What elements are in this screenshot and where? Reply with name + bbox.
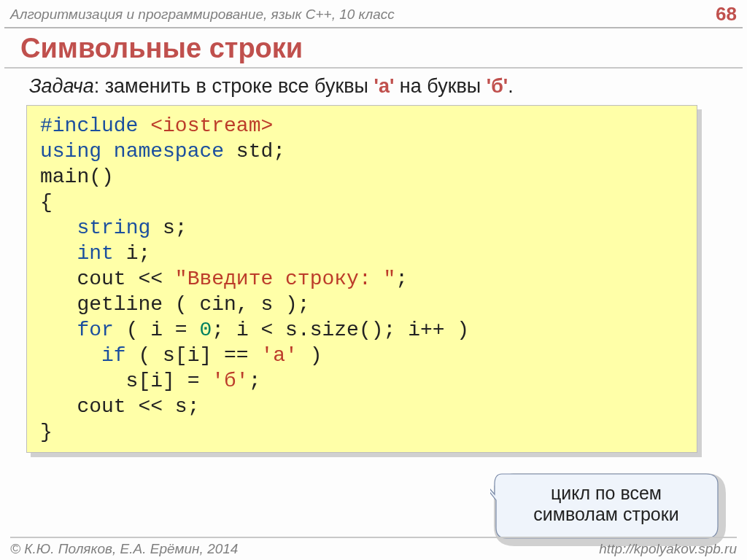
callout: цикл по всем символам строки: [490, 470, 722, 542]
code-line-9a: ( i =: [114, 319, 200, 341]
code-line-11a: s[i] =: [40, 370, 212, 392]
tok-if: if: [101, 344, 126, 367]
ind5: [40, 217, 77, 239]
task-label: Задача: [29, 75, 94, 97]
ind10: [40, 344, 101, 367]
tok-char-b: 'б': [212, 370, 248, 392]
task-part2: на буквы: [394, 75, 486, 97]
tok-std: std;: [236, 140, 285, 163]
tok-str-prompt: "Введите строку: ": [175, 268, 395, 290]
code-block: #include <iostream> using namespace std;…: [26, 105, 697, 453]
tok-string: string: [77, 217, 150, 239]
footer-url: http://kpolyakov.spb.ru: [599, 541, 737, 557]
code-line-10a: ( s[i] ==: [126, 344, 261, 367]
tok-zero: 0: [199, 319, 212, 341]
callout-line1: цикл по всем: [551, 483, 662, 503]
ind6: [40, 242, 77, 265]
task-lit-b: 'б': [487, 75, 508, 97]
callout-bubble: цикл по всем символам строки: [490, 470, 722, 542]
tok-s: s;: [150, 217, 187, 239]
code-line-11b: ;: [249, 370, 261, 392]
tok-char-a: 'а': [260, 344, 297, 367]
code-line-4: {: [40, 191, 53, 214]
ind9: [40, 319, 77, 341]
code-line-12: cout << s;: [40, 395, 199, 418]
task-part1: : заменить в строке все буквы: [94, 75, 374, 97]
tok-include: #include: [40, 114, 150, 137]
code-line-3: main(): [40, 166, 114, 188]
footer: © К.Ю. Поляков, Е.А. Ерёмин, 2014 http:/…: [0, 537, 747, 557]
copyright: © К.Ю. Поляков, Е.А. Ерёмин, 2014: [10, 541, 238, 557]
tok-for: for: [77, 319, 113, 341]
task-lit-a: 'а': [374, 75, 395, 97]
task-part3: .: [508, 75, 514, 97]
slide-title: Символьные строки: [0, 28, 747, 67]
tok-namespace: namespace: [114, 140, 236, 163]
code-line-10b: ): [298, 344, 322, 367]
page-number: 68: [716, 3, 737, 26]
header-bar: Алгоритмизация и программирование, язык …: [0, 0, 747, 27]
code-line-13: }: [40, 421, 53, 443]
callout-text: цикл по всем символам строки: [490, 483, 722, 525]
code-line-8: getline ( cin, s );: [40, 293, 310, 316]
code-line-7a: cout <<: [40, 268, 175, 290]
divider-title: [4, 67, 743, 69]
callout-line2: символам строки: [533, 504, 678, 524]
tok-using: using: [40, 140, 114, 163]
course-title: Алгоритмизация и программирование, язык …: [10, 7, 395, 23]
tok-int: int: [77, 242, 113, 265]
task-text: Задача: заменить в строке все буквы 'а' …: [0, 73, 747, 105]
divider-bottom: [10, 537, 737, 538]
code-box: #include <iostream> using namespace std;…: [26, 105, 697, 453]
code-line-7b: ;: [395, 268, 408, 290]
tok-i: i;: [114, 242, 150, 265]
tok-iostream: <iostream>: [150, 114, 273, 137]
code-line-9b: ; i < s.size(); i++ ): [212, 319, 469, 341]
